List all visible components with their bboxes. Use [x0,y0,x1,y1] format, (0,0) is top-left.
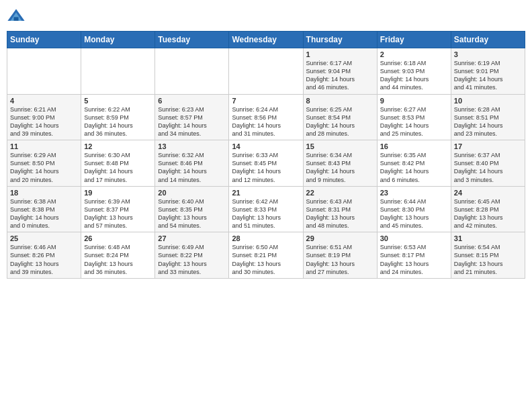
day-number: 13 [158,142,226,150]
header-friday: Friday [377,32,451,48]
day-cell: 9Sunrise: 6:27 AM Sunset: 8:53 PM Daylig… [377,94,451,140]
day-number: 27 [158,234,226,242]
day-info: Sunrise: 6:28 AM Sunset: 8:51 PM Dayligh… [454,105,522,138]
day-info: Sunrise: 6:32 AM Sunset: 8:46 PM Dayligh… [158,151,226,184]
day-info: Sunrise: 6:50 AM Sunset: 8:21 PM Dayligh… [232,243,300,276]
day-number: 16 [380,142,448,150]
day-cell [81,48,155,95]
day-cell: 30Sunrise: 6:53 AM Sunset: 8:17 PM Dayli… [377,232,451,279]
week-row-5: 25Sunrise: 6:46 AM Sunset: 8:26 PM Dayli… [7,232,525,279]
day-cell: 11Sunrise: 6:29 AM Sunset: 8:50 PM Dayli… [7,140,81,187]
day-info: Sunrise: 6:23 AM Sunset: 8:57 PM Dayligh… [158,105,226,138]
week-row-3: 11Sunrise: 6:29 AM Sunset: 8:50 PM Dayli… [7,140,525,187]
header-tuesday: Tuesday [155,32,229,48]
day-number: 5 [84,97,152,105]
day-info: Sunrise: 6:43 AM Sunset: 8:31 PM Dayligh… [306,197,374,230]
week-row-4: 18Sunrise: 6:38 AM Sunset: 8:38 PM Dayli… [7,186,525,232]
day-cell: 10Sunrise: 6:28 AM Sunset: 8:51 PM Dayli… [451,94,525,140]
day-info: Sunrise: 6:38 AM Sunset: 8:38 PM Dayligh… [10,197,78,230]
day-cell: 26Sunrise: 6:48 AM Sunset: 8:24 PM Dayli… [81,232,155,279]
week-row-2: 4Sunrise: 6:21 AM Sunset: 9:00 PM Daylig… [7,94,525,140]
day-info: Sunrise: 6:53 AM Sunset: 8:17 PM Dayligh… [380,243,448,276]
day-number: 23 [380,189,448,197]
day-number: 24 [454,189,522,197]
day-info: Sunrise: 6:30 AM Sunset: 8:48 PM Dayligh… [84,151,152,184]
day-number: 26 [84,234,152,242]
day-info: Sunrise: 6:18 AM Sunset: 9:03 PM Dayligh… [380,59,448,92]
calendar-table: SundayMondayTuesdayWednesdayThursdayFrid… [7,31,525,279]
day-number: 12 [84,142,152,150]
day-cell [229,48,303,95]
header-wednesday: Wednesday [229,32,303,48]
day-number: 14 [232,142,300,150]
day-info: Sunrise: 6:45 AM Sunset: 8:28 PM Dayligh… [454,197,522,230]
day-number: 8 [306,97,374,105]
day-cell: 29Sunrise: 6:51 AM Sunset: 8:19 PM Dayli… [303,232,377,279]
day-cell: 14Sunrise: 6:33 AM Sunset: 8:45 PM Dayli… [229,140,303,187]
day-info: Sunrise: 6:37 AM Sunset: 8:40 PM Dayligh… [454,151,522,184]
day-number: 9 [380,97,448,105]
day-number: 19 [84,189,152,197]
day-info: Sunrise: 6:21 AM Sunset: 9:00 PM Dayligh… [10,105,78,138]
week-row-1: 1Sunrise: 6:17 AM Sunset: 9:04 PM Daylig… [7,48,525,95]
day-cell: 4Sunrise: 6:21 AM Sunset: 9:00 PM Daylig… [7,94,81,140]
day-cell: 3Sunrise: 6:19 AM Sunset: 9:01 PM Daylig… [451,48,525,95]
day-info: Sunrise: 6:29 AM Sunset: 8:50 PM Dayligh… [10,151,78,184]
day-info: Sunrise: 6:24 AM Sunset: 8:56 PM Dayligh… [232,105,300,138]
day-number: 10 [454,97,522,105]
day-info: Sunrise: 6:35 AM Sunset: 8:42 PM Dayligh… [380,151,448,184]
day-number: 20 [158,189,226,197]
day-cell: 31Sunrise: 6:54 AM Sunset: 8:15 PM Dayli… [451,232,525,279]
day-number: 21 [232,189,300,197]
day-info: Sunrise: 6:19 AM Sunset: 9:01 PM Dayligh… [454,59,522,92]
day-info: Sunrise: 6:34 AM Sunset: 8:43 PM Dayligh… [306,151,374,184]
day-cell [7,48,81,95]
day-cell: 21Sunrise: 6:42 AM Sunset: 8:33 PM Dayli… [229,186,303,232]
day-info: Sunrise: 6:25 AM Sunset: 8:54 PM Dayligh… [306,105,374,138]
day-number: 28 [232,234,300,242]
day-number: 22 [306,189,374,197]
day-cell [155,48,229,95]
day-cell: 5Sunrise: 6:22 AM Sunset: 8:59 PM Daylig… [81,94,155,140]
day-number: 3 [454,50,522,58]
day-number: 2 [380,50,448,58]
day-number: 17 [454,142,522,150]
svg-rect-2 [14,17,19,21]
header [7,7,525,26]
day-cell: 20Sunrise: 6:40 AM Sunset: 8:35 PM Dayli… [155,186,229,232]
day-info: Sunrise: 6:27 AM Sunset: 8:53 PM Dayligh… [380,105,448,138]
day-info: Sunrise: 6:49 AM Sunset: 8:22 PM Dayligh… [158,243,226,276]
day-cell: 23Sunrise: 6:44 AM Sunset: 8:30 PM Dayli… [377,186,451,232]
day-cell: 2Sunrise: 6:18 AM Sunset: 9:03 PM Daylig… [377,48,451,95]
day-number: 25 [10,234,78,242]
day-cell: 28Sunrise: 6:50 AM Sunset: 8:21 PM Dayli… [229,232,303,279]
header-sunday: Sunday [7,32,81,48]
day-cell: 15Sunrise: 6:34 AM Sunset: 8:43 PM Dayli… [303,140,377,187]
day-info: Sunrise: 6:46 AM Sunset: 8:26 PM Dayligh… [10,243,78,276]
logo [7,7,28,26]
day-cell: 18Sunrise: 6:38 AM Sunset: 8:38 PM Dayli… [7,186,81,232]
day-info: Sunrise: 6:42 AM Sunset: 8:33 PM Dayligh… [232,197,300,230]
logo-icon [7,7,26,26]
day-info: Sunrise: 6:54 AM Sunset: 8:15 PM Dayligh… [454,243,522,276]
day-number: 29 [306,234,374,242]
day-info: Sunrise: 6:44 AM Sunset: 8:30 PM Dayligh… [380,197,448,230]
day-cell: 22Sunrise: 6:43 AM Sunset: 8:31 PM Dayli… [303,186,377,232]
header-monday: Monday [81,32,155,48]
day-number: 18 [10,189,78,197]
day-info: Sunrise: 6:22 AM Sunset: 8:59 PM Dayligh… [84,105,152,138]
day-info: Sunrise: 6:40 AM Sunset: 8:35 PM Dayligh… [158,197,226,230]
day-number: 30 [380,234,448,242]
day-number: 4 [10,97,78,105]
day-number: 1 [306,50,374,58]
calendar-header-row: SundayMondayTuesdayWednesdayThursdayFrid… [7,32,525,48]
day-number: 7 [232,97,300,105]
day-cell: 17Sunrise: 6:37 AM Sunset: 8:40 PM Dayli… [451,140,525,187]
day-cell: 8Sunrise: 6:25 AM Sunset: 8:54 PM Daylig… [303,94,377,140]
day-number: 11 [10,142,78,150]
day-cell: 13Sunrise: 6:32 AM Sunset: 8:46 PM Dayli… [155,140,229,187]
day-number: 6 [158,97,226,105]
day-cell: 24Sunrise: 6:45 AM Sunset: 8:28 PM Dayli… [451,186,525,232]
day-info: Sunrise: 6:48 AM Sunset: 8:24 PM Dayligh… [84,243,152,276]
day-number: 15 [306,142,374,150]
